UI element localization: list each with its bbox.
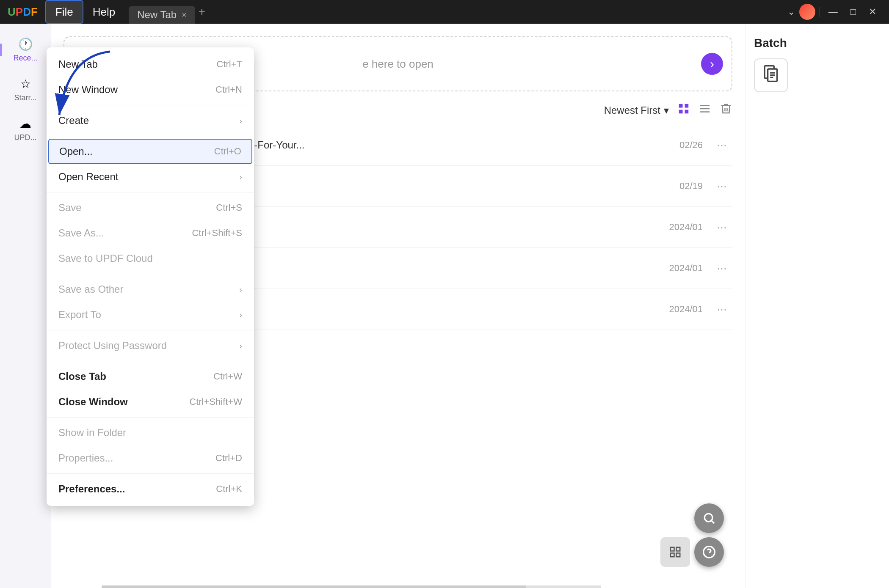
menu-item-properties: Properties... Ctrl+D <box>47 445 254 471</box>
svg-rect-19 <box>671 547 674 551</box>
menu-shortcut: Ctrl+D <box>215 453 242 464</box>
divider <box>820 7 820 17</box>
svg-rect-3 <box>685 110 689 114</box>
app-logo: UPDF <box>0 5 45 19</box>
title-bar-right: ⌄ — □ ✕ <box>787 4 889 20</box>
menu-item-label: Save as Other <box>58 283 123 295</box>
menu-item-close-window[interactable]: Close Window Ctrl+Shift+W <box>47 389 254 415</box>
menu-help[interactable]: Help <box>83 0 124 24</box>
svg-line-16 <box>712 521 714 523</box>
logo-f: F <box>31 5 38 18</box>
menu-item-label: Show in Folder <box>58 427 126 439</box>
help-fab[interactable] <box>694 537 724 567</box>
tab-close-icon[interactable]: × <box>182 10 187 20</box>
menu-item-new-tab[interactable]: New Tab Ctrl+T <box>47 52 254 77</box>
batch-icon-button[interactable] <box>754 58 788 92</box>
svg-rect-6 <box>700 111 710 113</box>
menu-item-label: Close Window <box>58 396 128 408</box>
submenu-arrow-icon: › <box>239 310 242 320</box>
maximize-button[interactable]: □ <box>846 6 860 17</box>
menu-item-label: New Tab <box>58 58 98 70</box>
cloud-icon: ☁ <box>19 117 31 131</box>
menu-separator <box>47 361 254 361</box>
tab-new[interactable]: New Tab × <box>129 6 195 24</box>
menu-item-label: Open... <box>59 146 93 157</box>
file-more-button[interactable]: ··· <box>711 138 732 152</box>
submenu-arrow-icon: › <box>239 341 242 351</box>
sort-label: Newest First <box>604 104 660 116</box>
file-more-button[interactable]: ··· <box>711 302 732 316</box>
open-file-button[interactable]: › <box>701 53 723 75</box>
menu-separator <box>47 473 254 474</box>
batch-panel: Batch <box>745 24 889 588</box>
menu-item-close-tab[interactable]: Close Tab Ctrl+W <box>47 364 254 389</box>
menu-separator <box>47 105 254 105</box>
file-more-button[interactable]: ··· <box>711 261 732 275</box>
menu-shortcut: Ctrl+S <box>216 202 242 213</box>
grid-fab[interactable] <box>660 537 690 567</box>
title-bar: UPDF File Help New Tab × + ⌄ — □ ✕ <box>0 0 889 24</box>
menu-shortcut: Ctrl+Shift+S <box>192 228 242 239</box>
menu-item-save: Save Ctrl+S <box>47 195 254 220</box>
close-window-button[interactable]: ✕ <box>864 6 881 17</box>
menu-item-label: Protect Using Password <box>58 340 167 352</box>
menu-separator <box>47 136 254 136</box>
progress-bar-area <box>102 585 601 588</box>
menu-item-label: New Window <box>58 84 118 96</box>
menu-item-protect: Protect Using Password › <box>47 333 254 358</box>
search-fab[interactable] <box>694 503 724 533</box>
sidebar-item-cloud[interactable]: ☁ UPD... <box>3 112 47 147</box>
tab-add-button[interactable]: + <box>199 5 205 19</box>
file-date: 2024/01 <box>652 304 703 315</box>
progress-bar-fill <box>102 585 526 588</box>
menu-item-export: Export To › <box>47 302 254 327</box>
user-avatar[interactable] <box>799 4 815 20</box>
drop-zone-text: e here to open <box>362 58 433 71</box>
menu-shortcut: Ctrl+N <box>215 84 242 95</box>
app-body: 🕐 Rece... ☆ Starr... ☁ UPD... e here to … <box>0 24 889 588</box>
minimize-button[interactable]: — <box>824 6 842 17</box>
menu-shortcut: Ctrl+K <box>216 484 242 495</box>
menu-item-label: Create <box>58 115 89 126</box>
tabs-bar: New Tab × + <box>129 0 787 24</box>
menu-shortcut: Ctrl+W <box>213 371 242 382</box>
view-grid-button[interactable] <box>698 102 711 118</box>
menu-item-create[interactable]: Create › <box>47 108 254 133</box>
delete-button[interactable] <box>720 102 732 118</box>
menu-item-label: Properties... <box>58 452 113 464</box>
batch-title: Batch <box>754 36 881 50</box>
submenu-arrow-icon: › <box>239 172 242 182</box>
svg-rect-2 <box>679 110 683 114</box>
menu-bar: File Help <box>45 0 124 24</box>
file-more-button[interactable]: ··· <box>711 179 732 193</box>
submenu-arrow-icon: › <box>239 116 242 126</box>
sidebar-item-recents[interactable]: 🕐 Rece... <box>3 32 47 68</box>
dropdown-chevron-icon[interactable]: ⌄ <box>787 6 795 17</box>
menu-separator <box>47 274 254 274</box>
menu-shortcut: Ctrl+O <box>214 146 241 157</box>
menu-separator <box>47 192 254 192</box>
file-more-button[interactable]: ··· <box>711 220 732 234</box>
clock-icon: 🕐 <box>18 37 33 51</box>
sidebar-cloud-label: UPD... <box>14 133 36 142</box>
submenu-arrow-icon: › <box>239 285 242 294</box>
menu-item-label: Close Tab <box>58 371 106 382</box>
svg-point-15 <box>704 514 712 522</box>
sort-arrow-icon: ▾ <box>664 104 669 116</box>
menu-item-label: Preferences... <box>58 483 125 495</box>
menu-item-open[interactable]: Open... Ctrl+O <box>48 139 252 164</box>
sort-dropdown[interactable]: Newest First ▾ <box>604 104 669 116</box>
menu-item-preferences[interactable]: Preferences... Ctrl+K <box>47 476 254 502</box>
sidebar-item-starred[interactable]: ☆ Starr... <box>3 72 47 107</box>
file-menu-dropdown: New Tab Ctrl+T New Window Ctrl+N Create … <box>47 47 254 506</box>
menu-file[interactable]: File <box>45 0 83 24</box>
sidebar-starred-label: Starr... <box>14 93 36 102</box>
logo-u: U <box>8 5 16 18</box>
file-date: 02/26 <box>652 140 703 151</box>
menu-item-open-recent[interactable]: Open Recent › <box>47 164 254 190</box>
menu-item-label: Export To <box>58 309 101 321</box>
file-date: 02/19 <box>652 181 703 192</box>
menu-item-label: Open Recent <box>58 171 118 183</box>
view-list-button[interactable] <box>677 102 690 118</box>
menu-item-new-window[interactable]: New Window Ctrl+N <box>47 77 254 102</box>
